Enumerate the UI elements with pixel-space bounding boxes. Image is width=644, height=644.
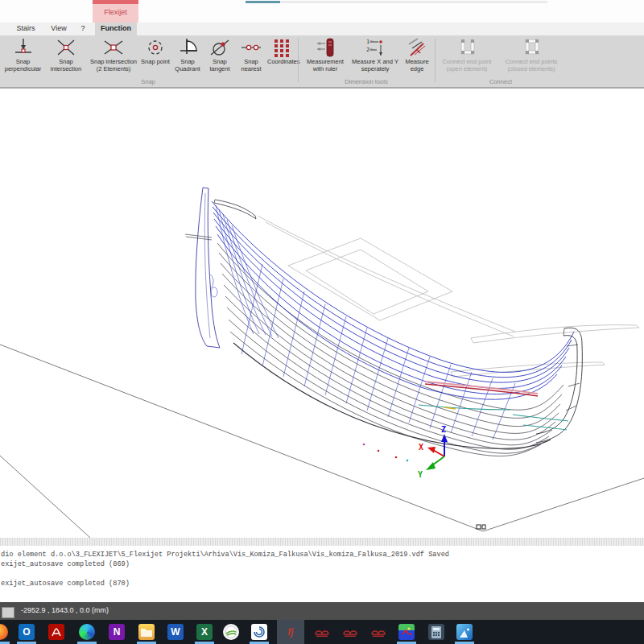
megacad-glyph: [371, 627, 386, 638]
axis-x-label: X: [419, 443, 423, 452]
button-label: Snap point: [141, 58, 170, 65]
button-label: Snap intersection (2 Elements): [90, 58, 137, 72]
button-label: Connect end point (open element): [443, 58, 492, 72]
log-panel-divider[interactable]: [0, 538, 644, 546]
measurement-ruler-icon: [315, 37, 336, 58]
flexijet-icon[interactable]: fj: [283, 624, 299, 640]
ribbon-separator: [435, 39, 436, 82]
connect-closed-icon: [521, 37, 542, 58]
ribbon-group-dimension-tools: Measurement with ruler 1= 2= Measure X a…: [299, 35, 433, 85]
onenote-icon[interactable]: N: [109, 624, 125, 640]
cad-viewport[interactable]: Z X Y: [0, 89, 644, 538]
log-line: exijet_autosave completed (870): [1, 580, 130, 588]
snap-quadrant-icon: [177, 37, 198, 58]
group-label-connect: Connect: [436, 78, 565, 85]
snap-tangent-button[interactable]: Snap tangent: [204, 36, 235, 78]
snap-perpendicular-icon: [13, 37, 34, 58]
button-label: Measurement with ruler: [307, 58, 344, 72]
photos-icon[interactable]: [456, 624, 473, 640]
connect-end-points-closed-button[interactable]: Connect end points (closed elements): [499, 36, 564, 78]
word-icon[interactable]: W: [167, 624, 184, 640]
snap-point-button[interactable]: Snap point: [140, 36, 171, 78]
megacad-glyph: [315, 627, 329, 638]
svg-text:2=: 2=: [366, 47, 373, 53]
plane-corner-marker: [482, 525, 485, 529]
excel-icon[interactable]: X: [196, 624, 213, 640]
button-label: Snap intersection: [51, 58, 81, 72]
tab-function[interactable]: Function: [95, 23, 137, 35]
axis-triad: Z X Y: [418, 425, 448, 479]
file-explorer-icon[interactable]: [138, 624, 155, 640]
button-label: Measure edge: [405, 58, 428, 72]
measure-edge-button[interactable]: Measure edge: [401, 36, 433, 78]
ribbon: Snap perpendicular Snap intersection Sna…: [0, 35, 644, 89]
group-label-snap: Snap: [0, 78, 296, 85]
tab-view[interactable]: View: [45, 23, 72, 35]
tab-help[interactable]: ?: [76, 23, 90, 35]
snap-intersection-button[interactable]: Snap intersection: [45, 36, 87, 78]
ribbon-separator: [298, 39, 299, 82]
image-app-glyph: [401, 626, 412, 638]
snap-intersection-icon: [56, 37, 76, 58]
log-line: exijet_autosave completed (869): [1, 560, 130, 568]
axis-z-label: Z: [441, 425, 446, 434]
button-label: Snap nearest: [241, 58, 261, 72]
firefox-icon[interactable]: [0, 624, 8, 640]
axis-y-label: Y: [418, 470, 423, 479]
cursor-coordinates: -2952.9 , 1843.0 , 0.0 (mm): [21, 606, 109, 614]
outlook-icon[interactable]: O: [19, 624, 35, 640]
flexijet-contextual-tab[interactable]: Flexijet: [93, 0, 138, 23]
progress-bar: [246, 1, 280, 3]
button-label: Snap tangent: [209, 58, 229, 72]
snap-nearest-button[interactable]: Snap nearest: [235, 36, 267, 78]
log-line: dio element d.o.o\3_FLEXIJET\5_Flexijet …: [1, 551, 449, 559]
statusbar-field[interactable]: [2, 607, 14, 618]
calculator-icon[interactable]: [428, 624, 444, 640]
folder-glyph: [141, 628, 152, 637]
title-strip: Flexijet: [0, 0, 644, 23]
snap-intersection-2-button[interactable]: Snap intersection (2 Elements): [87, 36, 140, 78]
measure-x-y-seperately-button[interactable]: 1= 2= Measure X and Y seperately: [349, 36, 401, 78]
megacad-glyph: [343, 627, 357, 638]
hull-frames: [242, 264, 515, 440]
menu-bar: Stairs View ? Function: [0, 23, 644, 35]
button-label: Snap Quadrant: [175, 58, 200, 72]
edge-icon[interactable]: [79, 624, 95, 640]
windows-taskbar: O N W X fj: [0, 620, 644, 644]
progress-bar-track: [246, 1, 547, 3]
status-bar: -2952.9 , 1843.0 , 0.0 (mm): [0, 602, 644, 620]
globe-app-icon[interactable]: [223, 624, 239, 640]
coordinates-icon: [271, 37, 292, 58]
megacad-icon[interactable]: [342, 624, 358, 640]
snap-tangent-icon: [209, 37, 230, 58]
selected-sheer-curves: [205, 201, 574, 399]
tab-stairs[interactable]: Stairs: [8, 23, 43, 35]
sketchup-glyph: [254, 626, 265, 638]
log-panel: dio element d.o.o\3_FLEXIJET\5_Flexijet …: [0, 546, 644, 602]
snap-point-icon: [145, 37, 166, 58]
globe-glyph: [225, 625, 237, 638]
acrobat-icon[interactable]: [48, 624, 64, 640]
connect-open-icon: [456, 37, 477, 58]
button-label: Measure X and Y seperately: [352, 58, 398, 72]
button-label: Coordinates: [267, 58, 299, 65]
colored-detail-curves: [363, 382, 568, 461]
measurement-with-ruler-button[interactable]: Measurement with ruler: [301, 36, 349, 78]
coordinates-button[interactable]: Coordinates: [267, 36, 296, 78]
snap-quadrant-button[interactable]: Snap Quadrant: [171, 36, 204, 78]
ribbon-group-connect: Connect end point (open element) Connect…: [436, 35, 565, 85]
photos-glyph: [458, 627, 471, 638]
megacad-icon[interactable]: [370, 624, 386, 640]
ribbon-group-snap: Snap perpendicular Snap intersection Sna…: [0, 35, 296, 85]
image-app-icon[interactable]: [398, 624, 415, 640]
measure-xy-icon: 1= 2=: [365, 37, 386, 58]
plane-corner-marker: [477, 525, 481, 529]
connect-end-point-open-button[interactable]: Connect end point (open element): [436, 36, 497, 78]
acrobat-glyph: [52, 627, 61, 637]
hull-strakes: [217, 243, 564, 456]
snap-intersection-2-icon: [103, 37, 124, 58]
boat-wireframe-drawing: Z X Y: [0, 89, 644, 538]
megacad-icon[interactable]: [314, 624, 330, 640]
sketchup-icon[interactable]: [251, 624, 267, 640]
snap-perpendicular-button[interactable]: Snap perpendicular: [1, 36, 45, 78]
